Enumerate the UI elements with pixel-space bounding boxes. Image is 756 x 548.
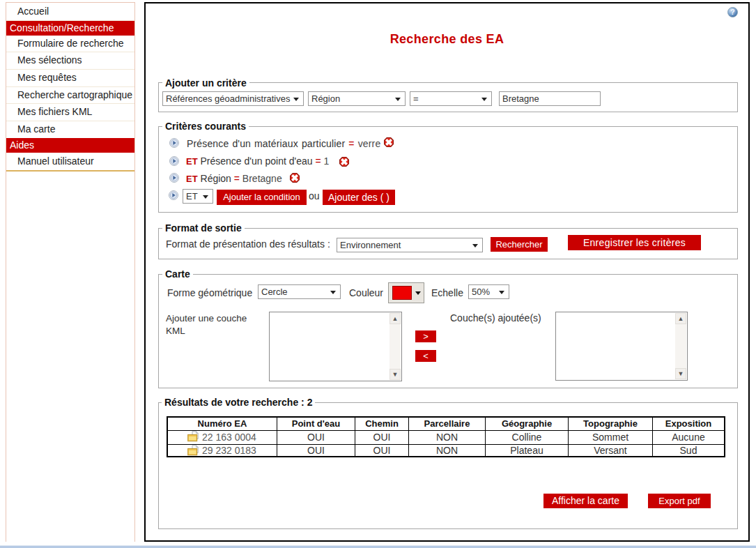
- svg-text:?: ?: [730, 8, 734, 16]
